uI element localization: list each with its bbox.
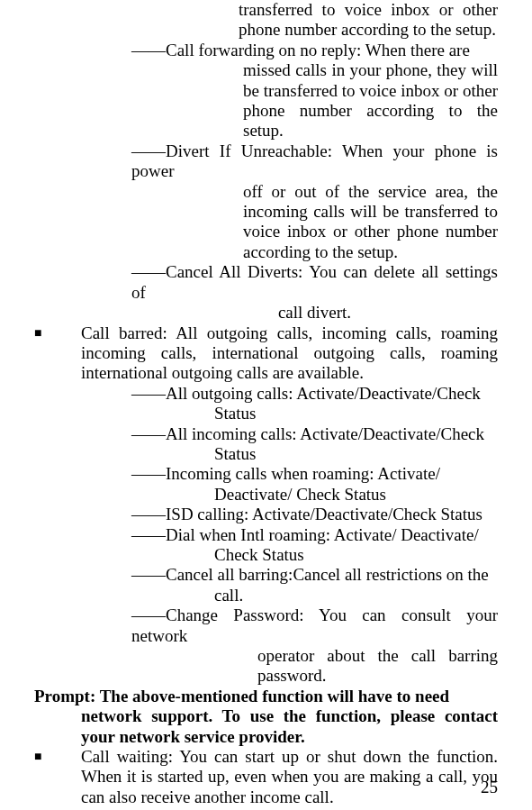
dash-item-divert-unreachable: ――Divert If Unreachable: When your phone… bbox=[34, 141, 498, 182]
dash-item-body: call. bbox=[34, 586, 498, 605]
dash-item-body: Deactivate/ Check Status bbox=[34, 485, 498, 505]
bullet-body: Call barred: All outgoing calls, incomin… bbox=[81, 323, 498, 384]
dash-item-body: Check Status bbox=[34, 545, 498, 565]
dash-item-incoming-roaming: ――Incoming calls when roaming: Activate/ bbox=[34, 464, 498, 484]
dash-item-body: operator about the call barring password… bbox=[34, 646, 498, 687]
page-number: 25 bbox=[481, 778, 498, 797]
dash-item-all-incoming: ――All incoming calls: Activate/Deactivat… bbox=[34, 424, 498, 444]
bullet-body: Call waiting: You can start up or shut d… bbox=[81, 747, 498, 807]
dash-item-dial-intl-roaming: ――Dial when Intl roaming: Activate/ Deac… bbox=[34, 525, 498, 545]
dash-item-body: off or out of the service area, the inco… bbox=[34, 182, 498, 263]
dash-item-cancel-barring: ――Cancel all barring:Cancel all restrict… bbox=[34, 565, 498, 585]
prompt-heading: Prompt: The above-mentioned function wil… bbox=[34, 687, 498, 706]
dash-item-body: Status bbox=[34, 444, 498, 464]
dash-item-body: call divert. bbox=[34, 303, 498, 323]
dash-item-body: missed calls in your phone, they will be… bbox=[34, 60, 498, 141]
bullet-call-waiting: ■ Call waiting: You can start up or shut… bbox=[34, 747, 498, 807]
dash-item-all-outgoing: ――All outgoing calls: Activate/Deactivat… bbox=[34, 384, 498, 404]
dash-item-isd-calling: ――ISD calling: Activate/Deactivate/Check… bbox=[34, 505, 498, 524]
square-bullet-icon: ■ bbox=[34, 747, 81, 807]
bullet-call-barred: ■ Call barred: All outgoing calls, incom… bbox=[34, 323, 498, 384]
dash-item-cancel-diverts: ――Cancel All Diverts: You can delete all… bbox=[34, 262, 498, 303]
prompt-body: network support. To use the function, pl… bbox=[34, 706, 498, 747]
continuation-text: transferred to voice inbox or other phon… bbox=[34, 0, 498, 41]
dash-item-body: Status bbox=[34, 404, 498, 423]
dash-item-call-forward-no-reply: ――Call forwarding on no reply: When ther… bbox=[34, 41, 498, 60]
square-bullet-icon: ■ bbox=[34, 323, 81, 384]
dash-item-change-password: ――Change Password: You can consult your … bbox=[34, 605, 498, 646]
